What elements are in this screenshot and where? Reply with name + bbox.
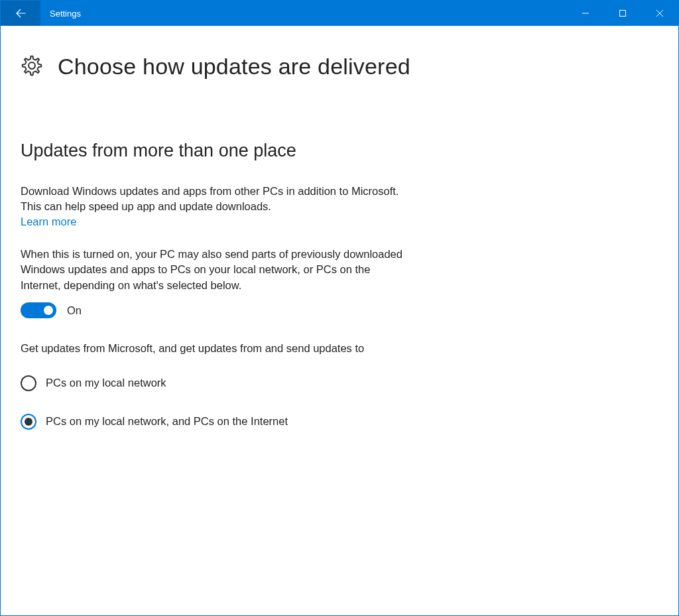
svg-rect-1 <box>620 11 626 17</box>
window-title: Settings <box>40 1 567 26</box>
maximize-icon <box>619 9 627 17</box>
close-icon <box>656 9 664 17</box>
radio-button <box>21 375 36 391</box>
back-button[interactable] <box>1 1 40 26</box>
page-title: Choose how updates are delivered <box>58 54 410 80</box>
arrow-left-icon <box>15 7 27 19</box>
radio-option-internet[interactable]: PCs on my local network, and PCs on the … <box>21 414 405 430</box>
minimize-button[interactable] <box>567 1 604 26</box>
updates-toggle[interactable] <box>21 302 56 318</box>
description-text-1: Download Windows updates and apps from o… <box>21 184 405 215</box>
radio-button <box>21 414 36 430</box>
minimize-icon <box>582 9 589 17</box>
radio-label: PCs on my local network <box>46 377 166 389</box>
close-button[interactable] <box>641 1 678 26</box>
page-header: Choose how updates are delivered <box>1 26 678 80</box>
titlebar: Settings <box>1 1 678 26</box>
gear-icon <box>21 54 43 80</box>
description-text-2: When this is turned on, your PC may also… <box>21 247 405 293</box>
radio-label: PCs on my local network, and PCs on the … <box>46 415 288 428</box>
description-text-3: Get updates from Microsoft, and get upda… <box>21 341 405 356</box>
maximize-button[interactable] <box>604 1 641 26</box>
toggle-row: On <box>21 302 405 318</box>
window-controls <box>567 1 678 26</box>
content-area: Updates from more than one place Downloa… <box>1 80 425 452</box>
toggle-knob <box>44 306 53 315</box>
radio-option-local[interactable]: PCs on my local network <box>21 375 405 391</box>
learn-more-link[interactable]: Learn more <box>21 216 76 228</box>
toggle-state-label: On <box>67 304 82 317</box>
section-heading: Updates from more than one place <box>21 141 405 161</box>
